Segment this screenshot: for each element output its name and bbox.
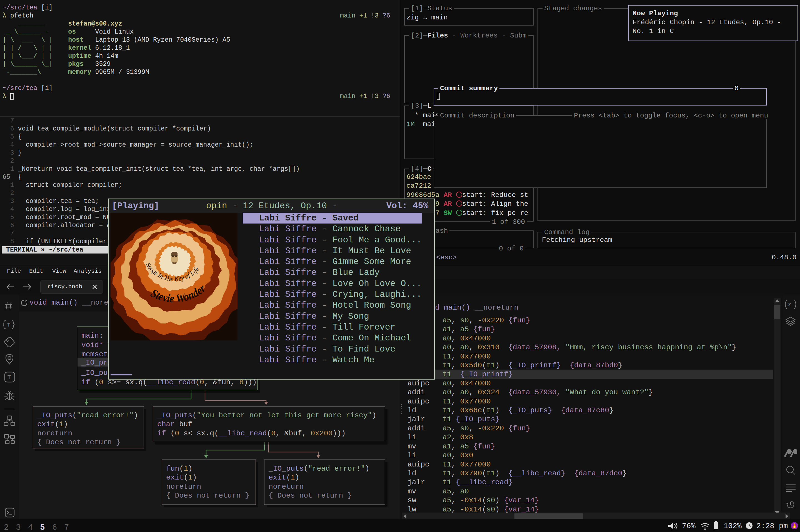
svg-text:T: T (7, 322, 10, 328)
svg-text:T: T (7, 374, 11, 380)
svg-text:x: x (788, 300, 791, 308)
